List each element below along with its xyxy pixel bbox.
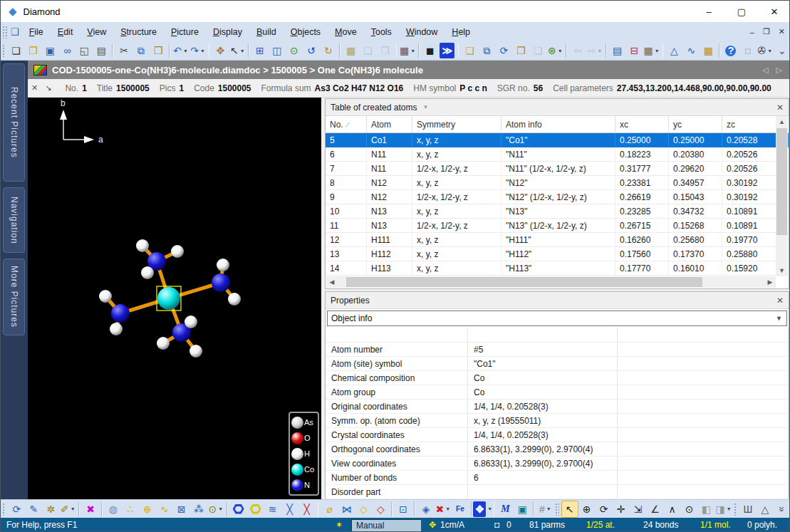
atom-H[interactable] bbox=[157, 337, 170, 350]
menu-build[interactable]: Build bbox=[249, 27, 284, 37]
picture-gallery-button[interactable]: ❏ bbox=[530, 43, 546, 58]
polyhedra-diamond-button[interactable]: ◈ bbox=[418, 501, 434, 517]
property-row[interactable]: Orthogonal coordinates6.8633(1), 3.2999(… bbox=[326, 442, 789, 457]
import-table-button[interactable]: ❏ bbox=[360, 43, 376, 58]
find-binoculars-button[interactable]: ∞ bbox=[59, 43, 75, 58]
sidebar-tab-more-pictures[interactable]: More Pictures bbox=[3, 259, 25, 335]
data-brief-table-button[interactable]: ▦ bbox=[700, 43, 716, 58]
record-animation-projector-button[interactable]: ✇▼ bbox=[757, 43, 773, 58]
navigation-tree-button[interactable]: ⊞ bbox=[252, 43, 268, 58]
atom-Co[interactable] bbox=[157, 287, 180, 310]
scroll-right-icon[interactable]: ▶ bbox=[764, 278, 776, 286]
table-row[interactable]: 12H111x, y, z"H111"0.162600.256800.19770 bbox=[326, 233, 789, 247]
menu-picture[interactable]: Picture bbox=[164, 27, 206, 37]
atom-H[interactable] bbox=[189, 345, 202, 358]
viewport-center-arrows-button[interactable]: ✥▼ bbox=[475, 501, 491, 517]
object-info-select[interactable]: Object info ▼ bbox=[327, 311, 787, 326]
distances-diagram-button[interactable]: △ bbox=[666, 43, 682, 58]
atom-H[interactable] bbox=[228, 293, 241, 306]
orbit-mode-button[interactable]: ⊙ bbox=[682, 501, 697, 517]
menu-help[interactable]: Help bbox=[445, 27, 477, 37]
delete-bonds-red-x-button[interactable]: ✖▼ bbox=[435, 501, 451, 517]
close-button[interactable]: ✕ bbox=[758, 1, 790, 22]
split-window-button[interactable]: ◫ bbox=[269, 43, 285, 58]
property-row[interactable]: Atom (site) symbol"Co1" bbox=[326, 357, 789, 371]
destroy-structure-button[interactable]: ✖ bbox=[83, 501, 98, 517]
toolbar-grip[interactable] bbox=[2, 44, 5, 57]
property-row[interactable]: Atom number#5 bbox=[326, 343, 789, 357]
property-row[interactable]: Symm. op. (atom code)x, y, z (19555011) bbox=[326, 414, 789, 428]
measure-triangle-button[interactable]: △ bbox=[757, 501, 773, 517]
property-row[interactable]: View coordinates6.8633(1), 3.2999(0), 2.… bbox=[326, 457, 789, 471]
dropdown-arrow-icon[interactable]: ▼ bbox=[445, 506, 450, 511]
help-search-button[interactable]: ? bbox=[723, 43, 739, 58]
toolbar-grip[interactable] bbox=[734, 503, 737, 516]
menu-window[interactable]: Window bbox=[399, 27, 445, 37]
table-row[interactable]: 11N131/2-x, 1/2-y, z"N13" (1/2-x, 1/2-y,… bbox=[326, 219, 789, 233]
coordination-diamond-red-button[interactable]: ◇ bbox=[373, 501, 388, 517]
move-mode-button[interactable]: ⊕ bbox=[579, 501, 595, 517]
report-view-button[interactable]: ⊟ bbox=[627, 43, 643, 58]
list-view-button[interactable]: ▤ bbox=[610, 43, 625, 58]
undo-history-button[interactable]: ↺ bbox=[303, 43, 319, 58]
pointer-arrow-button[interactable]: ↖▼ bbox=[229, 43, 245, 58]
copy-button[interactable]: ⧉ bbox=[133, 43, 149, 58]
atom-H[interactable] bbox=[110, 323, 123, 335]
translate-mode-button[interactable]: ✛ bbox=[613, 501, 629, 517]
powder-pattern-diagram-button[interactable]: ∿ bbox=[683, 43, 699, 58]
new-document-button[interactable]: ❏ bbox=[8, 43, 24, 58]
structure-canvas[interactable]: ba AsOHCoN bbox=[28, 98, 321, 499]
sidebar-tab-recent-pictures[interactable]: Recent Pictures bbox=[3, 63, 25, 182]
menu-file[interactable]: File bbox=[22, 27, 51, 37]
dropdown-arrow-icon[interactable]: ▼ bbox=[218, 506, 223, 511]
export-table-button[interactable]: ❐ bbox=[378, 43, 393, 58]
spin-mode-button[interactable]: ∧ bbox=[665, 501, 680, 517]
picture-edit-button[interactable]: ✎ bbox=[26, 501, 41, 517]
table-row[interactable]: 14H113x, y, z"H113"0.177700.160100.15920 bbox=[326, 261, 789, 276]
break-bonds-chain-button[interactable]: ∿ bbox=[157, 501, 172, 517]
column-header-atominfo[interactable]: Atom info bbox=[501, 116, 615, 132]
picture-history-globe-button[interactable]: ⊛▼ bbox=[547, 43, 563, 58]
column-header-symmetry[interactable]: Symmetry bbox=[412, 116, 501, 132]
picture-update-button[interactable]: ⟳ bbox=[9, 501, 24, 517]
dropdown-arrow-icon[interactable]: ▼ bbox=[183, 48, 188, 53]
property-row[interactable]: Crystal coordinates1/4, 1/4, 0.20528(3) bbox=[326, 428, 789, 442]
column-header-yc[interactable]: yc bbox=[669, 116, 722, 132]
close-properties-panel-button[interactable]: ✕ bbox=[776, 296, 784, 306]
dropdown-arrow-icon[interactable]: ▼ bbox=[727, 506, 732, 511]
atom-symbol-fe-button[interactable]: Fe bbox=[452, 501, 468, 517]
unit-cell-box-button[interactable]: ⊡ bbox=[395, 501, 411, 517]
fill-lattice-blue-button[interactable]: ╳ bbox=[282, 501, 298, 517]
paste-clipboard-button[interactable]: ❒ bbox=[150, 43, 166, 58]
navigate-forward-button[interactable]: ⇨▼ bbox=[587, 43, 603, 58]
menu-tools[interactable]: Tools bbox=[364, 27, 399, 37]
navigate-back-button[interactable]: ⇦ bbox=[570, 43, 586, 58]
maximize-button[interactable]: ▢ bbox=[725, 1, 758, 22]
dropdown-arrow-icon[interactable]: ▼ bbox=[767, 48, 772, 53]
menu-display[interactable]: Display bbox=[206, 27, 249, 37]
stack-layers-button[interactable]: ≋ bbox=[265, 501, 281, 517]
new-structure-table-button[interactable]: ▦ bbox=[343, 43, 359, 58]
property-row[interactable]: Atom groupCo bbox=[326, 385, 789, 400]
atoms-table-horizontal-scrollbar[interactable]: ◀ ▶ bbox=[326, 276, 776, 288]
assign-tool-wand-button[interactable]: ✐▼ bbox=[60, 501, 76, 517]
table-row[interactable]: 9N121/2-x, 1/2-y, z"N12" (1/2-x, 1/2-y, … bbox=[326, 190, 789, 204]
column-header-xc[interactable]: xc bbox=[615, 116, 669, 132]
open-document-button[interactable]: ❐ bbox=[25, 43, 41, 58]
mdi-minimize-button[interactable]: – bbox=[750, 28, 754, 36]
bond-network-button[interactable]: ⋈ bbox=[338, 501, 354, 517]
build-wizard-button[interactable]: ✲ bbox=[43, 501, 58, 517]
snapshot-camera-button[interactable]: ◘ bbox=[740, 43, 756, 58]
pan-hand-button[interactable]: ✥ bbox=[212, 43, 228, 58]
undo-button[interactable]: ↶▼ bbox=[173, 43, 189, 58]
close-structure-icon[interactable]: ✕ bbox=[31, 83, 38, 93]
dropdown-arrow-icon[interactable]: ▼ bbox=[597, 48, 602, 53]
atom-H[interactable] bbox=[99, 290, 112, 303]
panel-menu-icon[interactable]: ▼ bbox=[422, 104, 428, 110]
zoom-mode-button[interactable]: ⇲ bbox=[630, 501, 646, 517]
dropdown-arrow-icon[interactable]: ▼ bbox=[655, 48, 660, 53]
mdi-close-button[interactable]: ✕ bbox=[779, 27, 785, 36]
minimize-button[interactable]: – bbox=[692, 1, 725, 22]
vertical-scroll-thumb[interactable] bbox=[776, 128, 787, 235]
table-row[interactable]: 13H112x, y, z"H112"0.175600.173700.25880 bbox=[326, 247, 789, 261]
